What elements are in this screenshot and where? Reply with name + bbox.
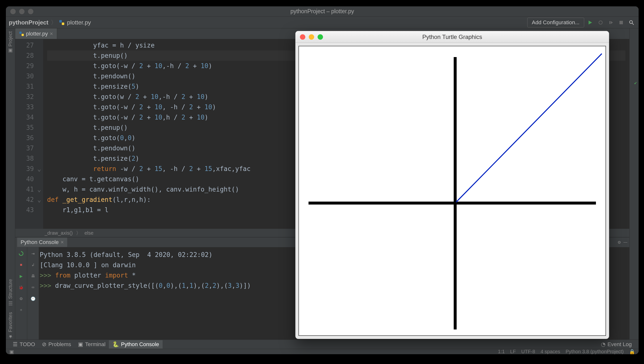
bottom-tool-bar: ☰ TODO ⊘ Problems ▣ Terminal 🐍 Python Co… bbox=[6, 340, 638, 349]
status-bar: ▣ 1:1 LF UTF-8 4 spaces Python 3.8 (pyth… bbox=[6, 349, 638, 354]
svg-rect-10 bbox=[22, 34, 24, 36]
turtle-drawing bbox=[299, 46, 605, 335]
svg-rect-0 bbox=[59, 20, 62, 22]
add-configuration-button[interactable]: Add Configuration... bbox=[527, 18, 584, 28]
navigation-bar: pythonProject 〉 plotter.py Add Configura… bbox=[6, 17, 638, 28]
svg-point-7 bbox=[629, 20, 632, 24]
soft-wrap-icon[interactable]: ↲ bbox=[29, 261, 37, 269]
minimize-icon[interactable]: — bbox=[623, 240, 627, 245]
svg-rect-4 bbox=[609, 21, 610, 24]
svg-rect-1 bbox=[62, 22, 64, 25]
svg-marker-2 bbox=[589, 20, 592, 24]
bc-b[interactable]: else bbox=[84, 230, 93, 236]
svg-point-3 bbox=[599, 21, 602, 24]
scroll-icon[interactable]: ⇥ bbox=[29, 250, 37, 258]
svg-line-14 bbox=[456, 54, 602, 202]
event-log-button[interactable]: ◔ Event Log bbox=[597, 340, 635, 348]
line-ending[interactable]: LF bbox=[510, 349, 516, 354]
close-icon[interactable]: × bbox=[50, 30, 53, 37]
favorites-tool-window-button[interactable]: ★Favorites bbox=[6, 309, 15, 342]
history-icon[interactable]: 🕘 bbox=[29, 295, 37, 302]
search-icon[interactable] bbox=[627, 18, 636, 27]
editor-tab[interactable]: plotter.py × bbox=[15, 28, 57, 39]
stop-icon[interactable] bbox=[617, 18, 625, 27]
todo-button[interactable]: ☰ TODO bbox=[9, 340, 39, 348]
turtle-canvas bbox=[298, 46, 606, 336]
svg-marker-5 bbox=[611, 21, 613, 24]
right-sidebar: ✔ bbox=[629, 28, 638, 342]
svg-rect-9 bbox=[19, 32, 22, 34]
caret-pos[interactable]: 1:1 bbox=[498, 349, 505, 354]
breadcrumb[interactable]: pythonProject 〉 plotter.py bbox=[9, 18, 91, 26]
chevron-right-icon: 〉 bbox=[51, 18, 57, 26]
lock-icon[interactable]: 🔒 bbox=[629, 349, 635, 354]
project-tool-window-button[interactable]: ▣Project bbox=[6, 28, 15, 57]
gear-icon[interactable]: ⚙ bbox=[617, 240, 621, 245]
python-file-icon bbox=[19, 31, 24, 36]
turtle-title: Python Turtle Graphics bbox=[296, 34, 609, 40]
encoding[interactable]: UTF-8 bbox=[521, 349, 535, 354]
left-sidebar: ▣Project ☰Structure ★Favorites bbox=[6, 28, 15, 342]
console-left-icons2: ⇥ ↲ 🖶 ∞ 🕘 bbox=[27, 247, 39, 342]
stop-console-icon[interactable]: ■ bbox=[17, 261, 25, 269]
python-console-tab[interactable]: Python Console × bbox=[17, 238, 67, 247]
python-console-button[interactable]: 🐍 Python Console bbox=[109, 340, 162, 348]
turtle-window[interactable]: Python Turtle Graphics bbox=[295, 31, 609, 339]
indent[interactable]: 4 spaces bbox=[541, 349, 560, 354]
turtle-titlebar[interactable]: Python Turtle Graphics bbox=[296, 31, 609, 43]
titlebar: pythonProject – plotter.py bbox=[6, 6, 638, 17]
bc-a[interactable]: _draw_axis() bbox=[45, 230, 73, 236]
line-number-gutter: 2728293031323334353637383940414243 bbox=[15, 39, 37, 229]
print-icon[interactable]: 🖶 bbox=[29, 272, 37, 280]
more-run-icon[interactable] bbox=[607, 18, 615, 27]
interpreter[interactable]: Python 3.8 (pythonProject) bbox=[565, 349, 624, 354]
svg-line-8 bbox=[632, 23, 634, 25]
inspection-ok-icon[interactable]: ✔ bbox=[634, 81, 637, 86]
settings-icon[interactable]: ⚙ bbox=[17, 295, 25, 302]
problems-button[interactable]: ⊘ Problems bbox=[39, 340, 75, 348]
terminal-button[interactable]: ▣ Terminal bbox=[75, 340, 109, 348]
rerun-icon[interactable] bbox=[17, 250, 25, 258]
structure-tool-window-button[interactable]: ☰Structure bbox=[6, 276, 15, 309]
fold-gutter[interactable]: ⌄ ⌄⌄ bbox=[37, 39, 43, 229]
window-title: pythonProject – plotter.py bbox=[6, 8, 638, 15]
run-console-icon[interactable]: ▶ bbox=[17, 272, 25, 280]
tab-label: plotter.py bbox=[26, 30, 48, 37]
svg-rect-6 bbox=[619, 21, 623, 24]
close-icon[interactable]: × bbox=[61, 239, 64, 246]
debug-icon[interactable] bbox=[596, 18, 605, 27]
run-icon[interactable] bbox=[586, 18, 594, 27]
attach-debug-icon[interactable]: 🐞 bbox=[17, 284, 25, 291]
breadcrumb-project[interactable]: pythonProject bbox=[9, 19, 48, 26]
new-console-icon[interactable]: ＋ bbox=[17, 306, 25, 314]
show-vars-icon[interactable]: ∞ bbox=[29, 284, 37, 291]
chevron-right-icon: 〉 bbox=[76, 230, 81, 236]
python-file-icon bbox=[59, 20, 65, 25]
console-left-icons: ■ ▶ 🐞 ⚙ ＋ bbox=[15, 247, 27, 342]
tool-windows-icon[interactable]: ▣ bbox=[9, 349, 14, 354]
breadcrumb-file[interactable]: plotter.py bbox=[67, 19, 91, 26]
